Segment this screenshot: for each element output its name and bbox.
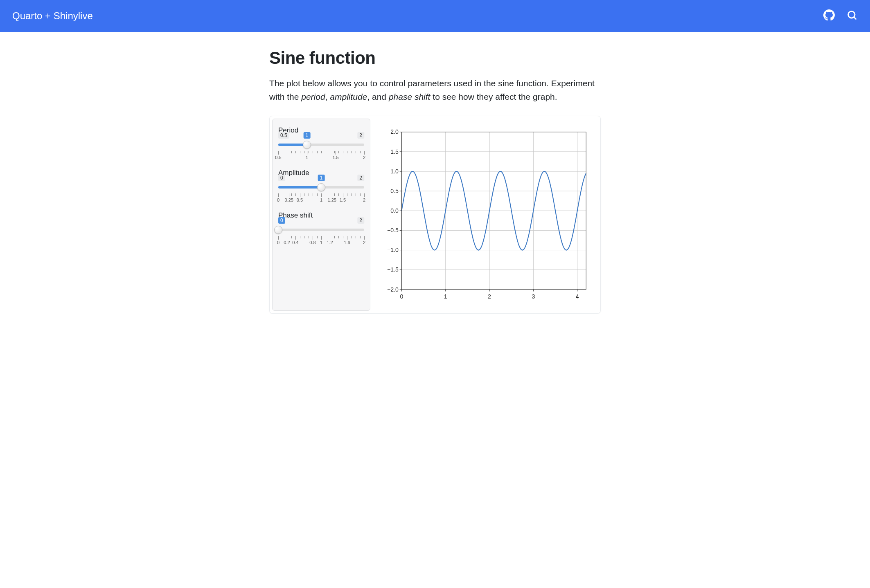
amplitude-slider[interactable]: 0 1 2 — [278, 185, 364, 189]
svg-text:1.0: 1.0 — [390, 168, 399, 175]
period-value-badge: 1 — [304, 132, 311, 139]
svg-text:0.5: 0.5 — [390, 188, 399, 194]
amplitude-value-badge: 1 — [318, 175, 325, 181]
svg-text:−0.5: −0.5 — [387, 227, 399, 233]
phaseshift-label: Phase shift — [278, 211, 364, 220]
period-thumb[interactable] — [303, 141, 311, 149]
app-header: Quarto + Shinylive — [0, 0, 870, 32]
phaseshift-thumb[interactable] — [274, 226, 282, 234]
period-slider[interactable]: 0.5 1 2 — [278, 143, 364, 147]
page-description: The plot below allows you to control par… — [269, 77, 601, 103]
svg-text:−1.0: −1.0 — [387, 247, 399, 253]
svg-text:2.0: 2.0 — [390, 129, 399, 135]
page-title: Sine function — [269, 48, 601, 68]
amplitude-max-badge: 2 — [357, 175, 364, 181]
amplitude-min-badge: 0 — [278, 175, 285, 181]
controls-sidebar: Period 0.5 1 2 0.511.52 Amplitude 0 1 2 — [272, 119, 370, 310]
phaseshift-value-badge: 0 — [278, 217, 285, 224]
period-max-badge: 2 — [357, 132, 364, 139]
sine-plot: −2.0−1.5−1.0−0.50.00.51.01.52.001234 — [379, 124, 594, 305]
amplitude-ticks: 00.250.511.251.52 — [278, 193, 364, 204]
header-actions — [823, 9, 858, 22]
svg-text:−2.0: −2.0 — [387, 286, 399, 293]
svg-text:1: 1 — [444, 294, 447, 300]
main-content: Sine function The plot below allows you … — [261, 48, 609, 314]
search-icon[interactable] — [846, 9, 858, 22]
svg-text:2: 2 — [488, 294, 491, 300]
phaseshift-slider-group: Phase shift 0 0 2 00.20.40.811.21.62 — [278, 211, 364, 247]
amplitude-thumb[interactable] — [317, 183, 325, 191]
github-icon[interactable] — [823, 9, 835, 22]
svg-text:1.5: 1.5 — [390, 148, 399, 155]
svg-point-0 — [848, 11, 855, 18]
period-ticks: 0.511.52 — [278, 151, 364, 162]
svg-text:−1.5: −1.5 — [387, 267, 399, 273]
svg-text:3: 3 — [532, 294, 535, 300]
period-min-badge: 0.5 — [278, 132, 289, 139]
period-slider-group: Period 0.5 1 2 0.511.52 — [278, 126, 364, 162]
amplitude-slider-group: Amplitude 0 1 2 00.250.511.251.52 — [278, 169, 364, 204]
svg-text:0: 0 — [400, 294, 403, 300]
period-label: Period — [278, 126, 364, 135]
svg-text:0.0: 0.0 — [390, 207, 399, 214]
svg-text:4: 4 — [576, 294, 579, 300]
phaseshift-slider[interactable]: 0 0 2 — [278, 228, 364, 232]
phaseshift-max-badge: 2 — [357, 217, 364, 224]
plot-area: −2.0−1.5−1.0−0.50.00.51.01.52.001234 — [379, 119, 598, 310]
svg-line-1 — [854, 17, 856, 19]
shiny-app-card: Period 0.5 1 2 0.511.52 Amplitude 0 1 2 — [269, 116, 601, 313]
app-title: Quarto + Shinylive — [12, 10, 93, 22]
phaseshift-ticks: 00.20.40.811.21.62 — [278, 236, 364, 247]
